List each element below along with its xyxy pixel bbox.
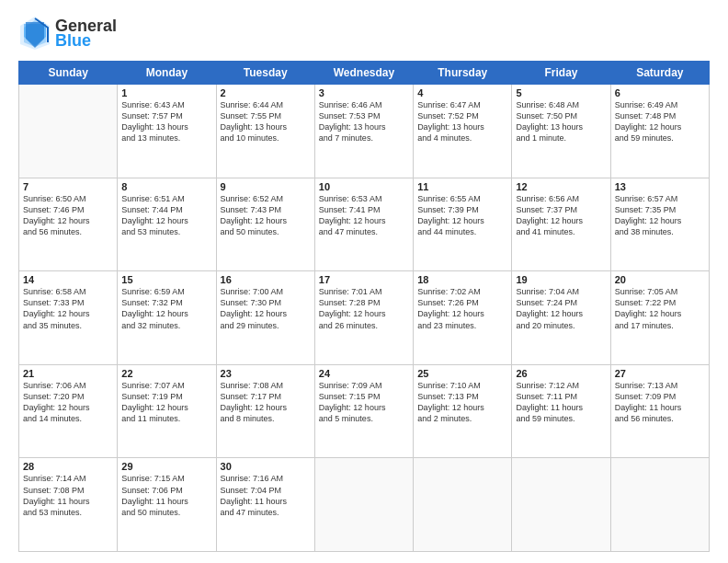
weekday-header-friday: Friday [512,62,610,85]
weekday-header-thursday: Thursday [414,62,512,85]
calendar-cell: 18Sunrise: 7:02 AM Sunset: 7:26 PM Dayli… [414,271,512,365]
calendar-cell [512,458,610,552]
day-number: 23 [221,368,311,379]
calendar-cell [414,458,512,552]
day-info: Sunrise: 7:14 AM Sunset: 7:08 PM Dayligh… [23,473,113,518]
calendar-cell: 16Sunrise: 7:00 AM Sunset: 7:30 PM Dayli… [216,271,314,365]
calendar-cell: 26Sunrise: 7:12 AM Sunset: 7:11 PM Dayli… [512,364,610,458]
day-number: 3 [319,87,409,98]
day-info: Sunrise: 6:51 AM Sunset: 7:44 PM Dayligh… [121,193,211,238]
day-number: 4 [417,87,507,98]
day-info: Sunrise: 7:06 AM Sunset: 7:20 PM Dayligh… [23,380,113,425]
day-info: Sunrise: 6:48 AM Sunset: 7:50 PM Dayligh… [516,99,606,144]
calendar-cell [19,85,118,178]
calendar-cell: 19Sunrise: 7:04 AM Sunset: 7:24 PM Dayli… [512,271,610,365]
logo-icon [18,15,51,52]
day-number: 24 [319,368,409,379]
calendar-cell: 2Sunrise: 6:44 AM Sunset: 7:55 PM Daylig… [216,85,314,178]
day-number: 9 [221,181,311,192]
day-info: Sunrise: 6:46 AM Sunset: 7:53 PM Dayligh… [319,99,409,144]
calendar-week-1: 1Sunrise: 6:43 AM Sunset: 7:57 PM Daylig… [19,85,710,178]
calendar-cell: 4Sunrise: 6:47 AM Sunset: 7:52 PM Daylig… [414,85,512,178]
calendar-cell: 7Sunrise: 6:50 AM Sunset: 7:46 PM Daylig… [19,178,118,271]
day-info: Sunrise: 7:08 AM Sunset: 7:17 PM Dayligh… [221,380,311,425]
weekday-header-saturday: Saturday [610,62,709,85]
day-number: 2 [221,87,311,98]
day-number: 21 [23,368,113,379]
day-number: 11 [417,181,507,192]
day-number: 15 [121,274,211,285]
day-info: Sunrise: 6:44 AM Sunset: 7:55 PM Dayligh… [221,99,311,144]
day-info: Sunrise: 6:55 AM Sunset: 7:39 PM Dayligh… [417,193,507,238]
header: General Blue [18,15,710,52]
day-number: 1 [121,87,211,98]
day-info: Sunrise: 7:12 AM Sunset: 7:11 PM Dayligh… [516,380,606,425]
calendar-cell: 13Sunrise: 6:57 AM Sunset: 7:35 PM Dayli… [610,178,709,271]
day-number: 16 [221,274,311,285]
calendar-cell: 14Sunrise: 6:58 AM Sunset: 7:33 PM Dayli… [19,271,118,365]
logo-text: General Blue [55,17,117,49]
day-info: Sunrise: 6:49 AM Sunset: 7:48 PM Dayligh… [615,99,705,144]
calendar-cell: 23Sunrise: 7:08 AM Sunset: 7:17 PM Dayli… [216,364,314,458]
weekday-header-sunday: Sunday [19,62,118,85]
day-info: Sunrise: 7:00 AM Sunset: 7:30 PM Dayligh… [221,286,311,331]
day-number: 22 [121,368,211,379]
day-number: 14 [23,274,113,285]
calendar-cell: 21Sunrise: 7:06 AM Sunset: 7:20 PM Dayli… [19,364,118,458]
day-number: 7 [23,181,113,192]
day-number: 27 [615,368,705,379]
day-info: Sunrise: 6:47 AM Sunset: 7:52 PM Dayligh… [417,99,507,144]
day-info: Sunrise: 7:02 AM Sunset: 7:26 PM Dayligh… [417,286,507,331]
day-number: 13 [615,181,705,192]
calendar-week-3: 14Sunrise: 6:58 AM Sunset: 7:33 PM Dayli… [19,271,710,365]
day-info: Sunrise: 7:01 AM Sunset: 7:28 PM Dayligh… [319,286,409,331]
day-info: Sunrise: 6:57 AM Sunset: 7:35 PM Dayligh… [615,193,705,238]
calendar-cell: 17Sunrise: 7:01 AM Sunset: 7:28 PM Dayli… [314,271,413,365]
calendar-cell: 24Sunrise: 7:09 AM Sunset: 7:15 PM Dayli… [314,364,413,458]
day-number: 25 [417,368,507,379]
day-info: Sunrise: 7:16 AM Sunset: 7:04 PM Dayligh… [221,473,311,518]
weekday-header-tuesday: Tuesday [216,62,314,85]
calendar-table: SundayMondayTuesdayWednesdayThursdayFrid… [18,61,710,552]
day-info: Sunrise: 6:52 AM Sunset: 7:43 PM Dayligh… [221,193,311,238]
calendar-cell: 1Sunrise: 6:43 AM Sunset: 7:57 PM Daylig… [118,85,216,178]
day-info: Sunrise: 7:05 AM Sunset: 7:22 PM Dayligh… [615,286,705,331]
calendar-cell: 22Sunrise: 7:07 AM Sunset: 7:19 PM Dayli… [118,364,216,458]
day-number: 12 [516,181,606,192]
calendar-cell: 5Sunrise: 6:48 AM Sunset: 7:50 PM Daylig… [512,85,610,178]
day-number: 19 [516,274,606,285]
logo-blue: Blue [55,32,117,49]
day-number: 17 [319,274,409,285]
day-info: Sunrise: 6:59 AM Sunset: 7:32 PM Dayligh… [121,286,211,331]
day-info: Sunrise: 6:53 AM Sunset: 7:41 PM Dayligh… [319,193,409,238]
calendar-cell: 8Sunrise: 6:51 AM Sunset: 7:44 PM Daylig… [118,178,216,271]
calendar-cell: 28Sunrise: 7:14 AM Sunset: 7:08 PM Dayli… [19,458,118,552]
calendar-cell: 15Sunrise: 6:59 AM Sunset: 7:32 PM Dayli… [118,271,216,365]
calendar-cell: 30Sunrise: 7:16 AM Sunset: 7:04 PM Dayli… [216,458,314,552]
main-container: General Blue SundayMondayTuesdayWednesda… [0,0,728,563]
calendar-cell: 11Sunrise: 6:55 AM Sunset: 7:39 PM Dayli… [414,178,512,271]
day-number: 28 [23,461,113,472]
calendar-cell: 6Sunrise: 6:49 AM Sunset: 7:48 PM Daylig… [610,85,709,178]
day-number: 10 [319,181,409,192]
calendar-week-2: 7Sunrise: 6:50 AM Sunset: 7:46 PM Daylig… [19,178,710,271]
weekday-header-wednesday: Wednesday [314,62,413,85]
calendar-cell: 29Sunrise: 7:15 AM Sunset: 7:06 PM Dayli… [118,458,216,552]
calendar-cell: 20Sunrise: 7:05 AM Sunset: 7:22 PM Dayli… [610,271,709,365]
calendar-cell: 27Sunrise: 7:13 AM Sunset: 7:09 PM Dayli… [610,364,709,458]
day-number: 29 [121,461,211,472]
calendar-cell: 12Sunrise: 6:56 AM Sunset: 7:37 PM Dayli… [512,178,610,271]
day-number: 8 [121,181,211,192]
day-number: 6 [615,87,705,98]
calendar-week-4: 21Sunrise: 7:06 AM Sunset: 7:20 PM Dayli… [19,364,710,458]
day-number: 30 [221,461,311,472]
day-info: Sunrise: 6:43 AM Sunset: 7:57 PM Dayligh… [121,99,211,144]
calendar-cell: 10Sunrise: 6:53 AM Sunset: 7:41 PM Dayli… [314,178,413,271]
day-info: Sunrise: 6:56 AM Sunset: 7:37 PM Dayligh… [516,193,606,238]
weekday-header-row: SundayMondayTuesdayWednesdayThursdayFrid… [19,62,710,85]
weekday-header-monday: Monday [118,62,216,85]
day-number: 5 [516,87,606,98]
calendar-cell [314,458,413,552]
day-info: Sunrise: 7:15 AM Sunset: 7:06 PM Dayligh… [121,473,211,518]
calendar-cell [610,458,709,552]
